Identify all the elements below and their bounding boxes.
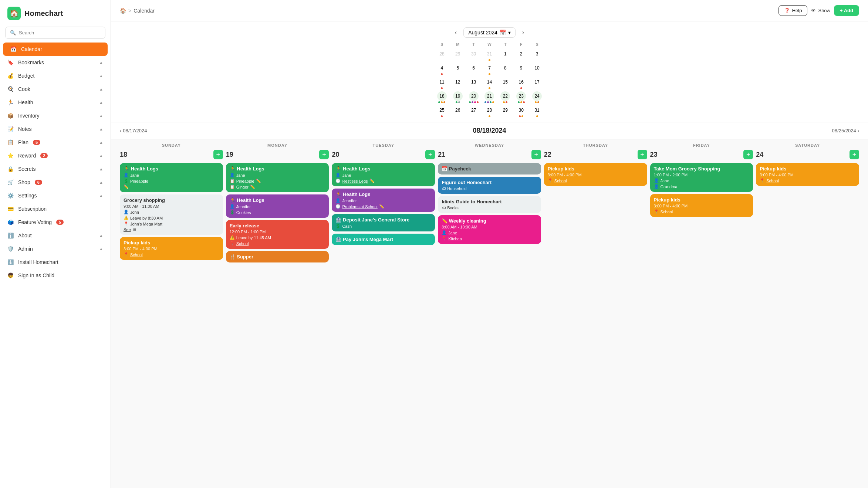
sidebar-item-reward[interactable]: ⭐ Reward 2 ▲ bbox=[0, 149, 111, 162]
event-location-pickup-kids-sun[interactable]: 📍 School bbox=[124, 252, 219, 257]
cal-cell-29[interactable]: 29 bbox=[497, 104, 513, 118]
cal-cell-28[interactable]: 28 bbox=[482, 104, 497, 118]
event-card-pay-john-mega[interactable]: 🏦 Pay John's Mega Mart bbox=[332, 234, 435, 245]
event-location-pickup-kids-sat[interactable]: 📍 School bbox=[760, 178, 855, 183]
day-add-btn-23[interactable]: + bbox=[743, 150, 753, 159]
edit-pen-icon[interactable]: ✏️ bbox=[369, 179, 375, 183]
cal-cell-12[interactable]: 12 bbox=[450, 76, 466, 90]
sidebar-item-budget[interactable]: 💰 Budget ▲ bbox=[0, 69, 111, 82]
sidebar-item-about[interactable]: ℹ️ About ▲ bbox=[0, 229, 111, 242]
search-bar[interactable]: 🔍 bbox=[5, 27, 105, 39]
event-card-grocery-shopping[interactable]: Grocery shopping9:00 AM - 11:00 AM👤 John… bbox=[120, 194, 223, 235]
edit-pen-icon[interactable]: ✏️ bbox=[379, 204, 384, 209]
sidebar-item-bookmarks[interactable]: 🔖 Bookmarks ▲ bbox=[0, 56, 111, 69]
cal-cell-11[interactable]: 11 bbox=[434, 76, 450, 90]
event-location-weekly-cleaning[interactable]: 📍 Kitchen bbox=[442, 236, 537, 241]
cal-cell-15[interactable]: 15 bbox=[497, 76, 513, 90]
event-detail-health-logs-jane-restless[interactable]: 🕐 Restless Legs ✏️ bbox=[335, 179, 431, 183]
day-add-btn-24[interactable]: + bbox=[850, 150, 859, 159]
cal-cell-2[interactable]: 2 bbox=[513, 48, 529, 62]
cal-cell-8[interactable]: 8 bbox=[497, 62, 513, 76]
sidebar-item-settings[interactable]: ⚙️ Settings ▲ bbox=[0, 189, 111, 202]
cal-cell-25[interactable]: 25 bbox=[434, 104, 450, 118]
cal-cell-4[interactable]: 4 bbox=[434, 62, 450, 76]
cal-cell-10[interactable]: 10 bbox=[529, 62, 545, 76]
event-card-weekly-cleaning[interactable]: ✏️ Weekly cleaning8:00 AM - 10:00 AM👤 Ja… bbox=[438, 215, 541, 244]
event-card-pickup-kids-thu[interactable]: Pickup kids3:00 PM - 4:00 PM📍 School bbox=[544, 163, 647, 186]
cal-cell-18[interactable]: 18 bbox=[434, 90, 450, 104]
event-card-health-logs-jane-pineapple-ginger[interactable]: 🏃 Health Logs👤 Jane📋 Pineapple ✏️📋 Ginge… bbox=[226, 163, 329, 192]
event-see-grocery-shopping[interactable]: See 🖥 bbox=[124, 227, 219, 232]
cal-cell-27[interactable]: 27 bbox=[466, 104, 482, 118]
day-add-btn-18[interactable]: + bbox=[213, 150, 223, 159]
cal-cell-21[interactable]: 21 bbox=[482, 90, 497, 104]
sidebar-item-calendar[interactable]: 📅 Calendar bbox=[3, 43, 108, 56]
sidebar-item-health[interactable]: 🏃 Health ▲ bbox=[0, 96, 111, 109]
event-card-health-logs-jane-pineapple-sun[interactable]: 🏃 Health Logs👤 Jane💲 Pineapple✏️ bbox=[120, 163, 223, 192]
edit-pencil-icon[interactable]: ✏️ bbox=[124, 184, 129, 189]
week-next-btn[interactable]: 08/25/2024 › bbox=[832, 128, 859, 133]
cal-cell-17[interactable]: 17 bbox=[529, 76, 545, 90]
event-card-health-logs-jennifer-problems[interactable]: 🏃 Health Logs👤 Jennifer🕐 Problems at Sch… bbox=[332, 189, 435, 212]
cal-cell-23[interactable]: 23 bbox=[513, 90, 529, 104]
cal-cell-6[interactable]: 6 bbox=[466, 62, 482, 76]
week-prev-btn[interactable]: ‹ 08/17/2024 bbox=[120, 128, 147, 133]
event-card-pickup-kids-sat[interactable]: Pickup kids3:00 PM - 4:00 PM📍 School bbox=[756, 163, 859, 186]
event-card-supper-mon[interactable]: 🍴 Supper bbox=[226, 251, 329, 262]
day-add-btn-22[interactable]: + bbox=[638, 150, 647, 159]
sidebar-item-subscription[interactable]: 💳 Subscription bbox=[0, 202, 111, 216]
sidebar-item-install[interactable]: ⬇️ Install Homechart bbox=[0, 255, 111, 269]
cal-cell-31[interactable]: 31 bbox=[482, 48, 497, 62]
sidebar-item-notes[interactable]: 📝 Notes ▲ bbox=[0, 122, 111, 136]
cal-cell-22[interactable]: 22 bbox=[497, 90, 513, 104]
search-input[interactable] bbox=[19, 30, 101, 35]
show-button[interactable]: 👁 Show bbox=[811, 8, 830, 13]
event-card-pickup-kids-sun[interactable]: Pickup kids3:00 PM - 4:00 PM📍 School bbox=[120, 237, 223, 260]
event-card-pickup-kids-fri[interactable]: Pickup kids3:00 PM - 4:00 PM📍 School bbox=[650, 194, 753, 217]
sidebar-item-inventory[interactable]: 📦 Inventory ▲ bbox=[0, 109, 111, 122]
mini-cal-prev-btn[interactable]: ‹ bbox=[452, 28, 460, 37]
event-location-pickup-kids-fri[interactable]: 📍 School bbox=[654, 209, 750, 214]
sidebar-item-sign-in-child[interactable]: 👦 Sign In as Child bbox=[0, 269, 111, 282]
day-add-btn-20[interactable]: + bbox=[425, 150, 435, 159]
sidebar-item-secrets[interactable]: 🔒 Secrets ▲ bbox=[0, 162, 111, 176]
event-card-early-release[interactable]: Early release12:00 PM - 1:00 PM⚠️ Leave … bbox=[226, 220, 329, 249]
event-card-figure-out-homechart[interactable]: Figure out Homechart🏷 Household bbox=[438, 177, 541, 194]
cal-cell-3[interactable]: 3 bbox=[529, 48, 545, 62]
home-breadcrumb-icon[interactable]: 🏠 bbox=[120, 8, 126, 14]
cal-cell-9[interactable]: 9 bbox=[513, 62, 529, 76]
add-button[interactable]: + Add bbox=[834, 5, 859, 16]
event-detail-health-logs-jennifer-problems[interactable]: 🕐 Problems at School ✏️ bbox=[335, 204, 431, 209]
mini-cal-title-box[interactable]: August 2024 📅 ▾ bbox=[463, 27, 516, 38]
help-button[interactable]: ❓ Help bbox=[779, 5, 808, 16]
cal-cell-16[interactable]: 16 bbox=[513, 76, 529, 90]
event-edit-health-logs-jane-pineapple-sun[interactable]: ✏️ bbox=[124, 184, 219, 189]
cal-cell-19[interactable]: 19 bbox=[450, 90, 466, 104]
cal-cell-14[interactable]: 14 bbox=[482, 76, 497, 90]
event-card-health-logs-jennifer-cookies-mon[interactable]: 🏃 Health Logs👤 Jennifer💲 Cookies bbox=[226, 194, 329, 218]
cal-cell-5[interactable]: 5 bbox=[450, 62, 466, 76]
event-location-early-release[interactable]: 📍 School bbox=[230, 241, 325, 246]
event-card-paycheck[interactable]: 📅 Paycheck bbox=[438, 163, 541, 174]
sidebar-item-plan[interactable]: 📋 Plan 5 ▲ bbox=[0, 136, 111, 149]
sidebar-item-shop[interactable]: 🛒 Shop 6 ▲ bbox=[0, 176, 111, 189]
mini-cal-next-btn[interactable]: › bbox=[519, 28, 527, 37]
cal-cell-29[interactable]: 29 bbox=[450, 48, 466, 62]
cal-cell-30[interactable]: 30 bbox=[466, 48, 482, 62]
sidebar-item-feature-voting[interactable]: 🗳️ Feature Voting 5 bbox=[0, 216, 111, 229]
cal-cell-31[interactable]: 31 bbox=[529, 104, 545, 118]
sidebar-item-cook[interactable]: 🍳 Cook ▲ bbox=[0, 82, 111, 96]
event-location-grocery-shopping[interactable]: 📍 John's Mega Mart bbox=[124, 221, 219, 226]
edit-icon[interactable]: ✏️ bbox=[256, 179, 261, 183]
cal-cell-7[interactable]: 7 bbox=[482, 62, 497, 76]
cal-cell-30[interactable]: 30 bbox=[513, 104, 529, 118]
event-card-take-mom-grocery[interactable]: Take Mom Grocery Shopping1:00 PM - 2:00 … bbox=[650, 163, 753, 192]
cal-cell-28[interactable]: 28 bbox=[434, 48, 450, 62]
edit-icon2[interactable]: ✏️ bbox=[250, 184, 255, 189]
day-add-btn-19[interactable]: + bbox=[319, 150, 329, 159]
sidebar-item-admin[interactable]: 🛡️ Admin ▲ bbox=[0, 242, 111, 255]
cal-cell-24[interactable]: 24 bbox=[529, 90, 545, 104]
event-location-pickup-kids-thu[interactable]: 📍 School bbox=[548, 178, 644, 183]
cal-cell-13[interactable]: 13 bbox=[466, 76, 482, 90]
day-add-btn-21[interactable]: + bbox=[531, 150, 541, 159]
